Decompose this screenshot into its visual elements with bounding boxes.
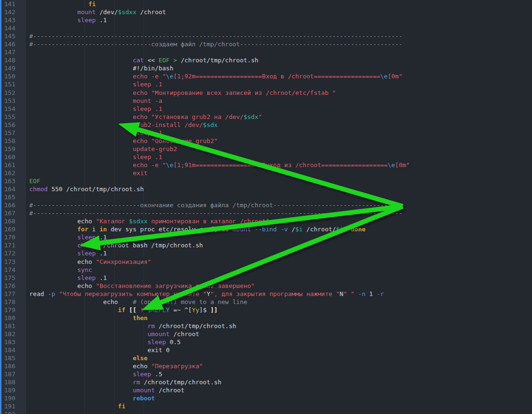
code-line-192[interactable] [29, 410, 410, 414]
code-token: \e [166, 161, 174, 169]
code-line-164[interactable]: chmod 550 /chroot/tmp/chroot.sh [29, 185, 410, 193]
code-line-149[interactable]: #!/bin/bash [29, 64, 410, 72]
code-area[interactable]: fi mount /dev/$sdxx /chroot sleep .1 #--… [26, 0, 532, 414]
code-line-185[interactable]: else [29, 354, 410, 362]
line-number: 180 [1, 314, 26, 322]
code-token: sleep .1 [29, 81, 162, 88]
line-number: 178 [1, 298, 26, 306]
code-token: " [258, 113, 262, 120]
code-line-150[interactable]: echo -e "\e[1;92m==================Вход … [29, 72, 410, 80]
code-line-176[interactable]: echo "Восстановление загрузчика grub2 за… [29, 282, 410, 290]
code-line-182[interactable]: umount /chroot [29, 330, 410, 338]
code-line-175[interactable]: sleep .1 [29, 274, 410, 282]
line-number: 175 [1, 274, 26, 282]
code-token [29, 242, 77, 249]
code-line-152[interactable]: echo "Монтиррование всех записей из /chr… [29, 89, 410, 97]
code-line-189[interactable]: umount /chroot [29, 386, 410, 394]
code-line-161[interactable]: echo -e "\e[1;91m==================Выход… [29, 161, 410, 169]
code-line-186[interactable]: echo "Перезагрузка" [29, 362, 410, 370]
code-token [29, 266, 77, 273]
code-token: -r [377, 290, 384, 297]
code-token: #--------------------------------создаем… [29, 41, 403, 48]
code-token [29, 379, 133, 386]
code-line-163[interactable]: EOF [29, 177, 410, 185]
code-line-146[interactable]: #--------------------------------создаем… [29, 40, 410, 48]
code-line-156[interactable]: grub2-install /dev/$sdx [29, 121, 410, 129]
code-line-167[interactable]: #---------------------------------------… [29, 209, 410, 217]
code-line-179[interactable]: if [[ ! $REPLY =~ ^[Yy]$ ]] [29, 306, 410, 314]
code-token [29, 57, 133, 64]
code-line-171[interactable]: chroot /chroot bash /tmp/chroot.sh [29, 241, 410, 249]
code-token: EOF [159, 57, 169, 64]
code-token: reboot [133, 395, 155, 402]
code-token: "Перезагрузка" [151, 363, 203, 370]
code-line-166[interactable]: #-----------------------------окончание … [29, 201, 410, 209]
code-token [29, 355, 133, 362]
code-token: sleep [77, 234, 96, 241]
code-token: echo -e " [29, 73, 166, 80]
code-token: \e [380, 73, 388, 80]
code-line-142[interactable]: mount /dev/$sdxx /chroot [29, 8, 410, 16]
code-token: "Чтобы перезагрузить компьютер нажмите " [59, 290, 207, 297]
code-line-154[interactable]: sleep .1 [29, 105, 410, 113]
code-token: .1 [96, 234, 107, 241]
code-line-151[interactable]: sleep .1 [29, 80, 410, 88]
code-token: exit [29, 169, 147, 177]
code-token: \e [388, 161, 395, 169]
code-line-191[interactable]: fi [29, 402, 410, 410]
code-line-173[interactable]: echo "Синхронизация" [29, 258, 410, 266]
code-line-170[interactable]: sleep .1 [29, 233, 410, 241]
code-token: /chroot/ [303, 226, 336, 233]
code-token: echo [29, 282, 96, 289]
code-lines-container: fi mount /dev/$sdxx /chroot sleep .1 #--… [29, 0, 410, 414]
code-line-145[interactable]: #---------------------------------------… [29, 32, 410, 40]
code-line-153[interactable]: mount -a [29, 97, 410, 105]
line-number: 145 [1, 32, 26, 40]
code-line-177[interactable]: read -p "Чтобы перезагрузить компьютер н… [29, 290, 410, 298]
code-token [29, 274, 77, 281]
code-line-147[interactable] [29, 48, 410, 56]
code-line-141[interactable]: fi [29, 0, 410, 8]
code-line-178[interactable]: echo # (optional) move to a new line [29, 298, 410, 306]
code-line-181[interactable]: rm /chroot/tmp/chroot.sh [29, 322, 410, 330]
code-token: $REPLY [147, 306, 169, 313]
code-line-143[interactable]: sleep .1 [29, 16, 410, 24]
code-line-169[interactable]: for i in dev sys proc etc/resolv.conf; d… [29, 225, 410, 233]
line-number: 173 [1, 258, 26, 266]
code-line-165[interactable] [29, 193, 410, 201]
line-number: 174 [1, 266, 26, 274]
code-token: /chroot [155, 387, 185, 394]
code-token [29, 0, 88, 8]
code-line-155[interactable]: echo "Установка grub2 на /dev/$sdx" [29, 113, 410, 121]
code-token [136, 306, 140, 313]
code-line-162[interactable]: exit [29, 169, 410, 177]
code-line-180[interactable]: then [29, 314, 410, 322]
code-line-160[interactable]: sleep .1 [29, 153, 410, 161]
line-number: 190 [1, 394, 26, 402]
code-line-157[interactable]: sleep .1 [29, 129, 410, 137]
code-line-159[interactable]: update-grub2 [29, 145, 410, 153]
line-number: 187 [1, 370, 26, 378]
code-line-144[interactable] [29, 24, 410, 32]
code-token [29, 387, 133, 394]
code-line-158[interactable]: echo "Обновление grub2" [29, 137, 410, 145]
line-number: 142 [1, 8, 26, 16]
code-line-172[interactable]: sleep .1 [29, 249, 410, 257]
code-line-183[interactable]: sleep 0.5 [29, 338, 410, 346]
code-line-184[interactable]: exit 0 [29, 346, 410, 354]
code-line-188[interactable]: rm /chroot/tmp/chroot.sh [29, 378, 410, 386]
code-line-168[interactable]: echo "Каталог $sdxx примонтирован в ката… [29, 217, 410, 225]
code-line-174[interactable]: sync [29, 266, 410, 274]
line-number: 192 [1, 410, 26, 414]
line-number: 150 [1, 72, 26, 80]
code-token: in [100, 226, 107, 233]
code-token: umount [147, 330, 169, 338]
code-line-187[interactable]: sleep .5 [29, 370, 410, 378]
code-line-148[interactable]: cat << EOF > /chroot/tmp/chroot.sh [29, 56, 410, 64]
editor-left-accent-bar [0, 0, 1, 414]
code-line-190[interactable]: reboot [29, 394, 410, 402]
line-number: 158 [1, 137, 26, 145]
code-token [29, 330, 147, 338]
code-token: [[ [129, 306, 136, 313]
line-number: 162 [1, 169, 26, 177]
